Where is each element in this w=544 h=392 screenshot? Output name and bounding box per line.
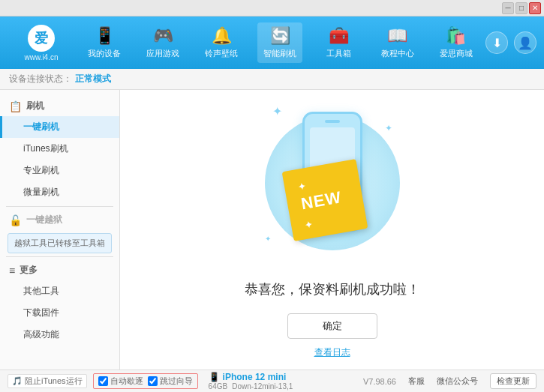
logo-area: 爱 www.i4.cn xyxy=(8,25,75,61)
bottom-right: V7.98.66 客服 微信公众号 检查更新 xyxy=(363,373,536,389)
flash-header-icon: 📋 xyxy=(9,100,22,112)
sidebar-jailbreak-notice: 越狱工具已转移至工具箱 xyxy=(8,233,112,253)
nav-shop[interactable]: 🛍️ 爱思商城 xyxy=(434,22,479,63)
skip-wizard-label: 跳过向导 xyxy=(160,376,193,387)
user-button[interactable]: 👤 xyxy=(514,31,536,54)
check-update-button[interactable]: 检查更新 xyxy=(490,373,536,389)
log-link[interactable]: 查看日志 xyxy=(314,346,350,359)
customer-service-link[interactable]: 客服 xyxy=(408,376,425,387)
my-device-icon: 📱 xyxy=(95,26,115,46)
tutorial-icon: 📖 xyxy=(387,26,407,46)
sidebar-item-pro-flash[interactable]: 专业刷机 xyxy=(0,160,119,181)
smart-flash-label: 智能刷机 xyxy=(263,48,296,59)
jailbreak-header-label: 一键越狱 xyxy=(26,214,62,226)
more-header-icon: ≡ xyxy=(9,265,15,277)
status-value: 正常模式 xyxy=(75,73,111,85)
confirm-button[interactable]: 确定 xyxy=(287,313,377,339)
wallpaper-icon: 🔔 xyxy=(212,26,232,46)
nav-right: ⬇ 👤 xyxy=(485,31,536,54)
sidebar-more-header[interactable]: ≡ 更多 xyxy=(0,260,119,280)
top-nav: 爱 www.i4.cn 📱 我的设备 🎮 应用游戏 🔔 铃声壁纸 🔄 智能刷机 … xyxy=(0,16,544,69)
close-button[interactable]: ✕ xyxy=(529,2,541,14)
stop-itunes-area: 🎵 阻止iTunes运行 xyxy=(8,374,87,388)
sidebar: 📋 刷机 一键刷机 iTunes刷机 专业刷机 微量刷机 🔓 一键越狱 xyxy=(0,90,120,370)
apps-games-label: 应用游戏 xyxy=(146,48,179,59)
skip-wizard-checkbox[interactable] xyxy=(148,376,158,386)
sidebar-jailbreak-section: 🔓 一键越狱 越狱工具已转移至工具箱 xyxy=(0,210,119,253)
flash-header-label: 刷机 xyxy=(26,100,44,112)
sparkle-2: ✦ xyxy=(385,123,392,133)
sidebar-flash-header[interactable]: 📋 刷机 xyxy=(0,96,119,116)
toolbox-icon: 🧰 xyxy=(329,26,349,46)
bottom-left: 🎵 阻止iTunes运行 自动歇逐 跳过向导 📱 iPhone 12 mini … xyxy=(8,372,363,391)
shop-icon: 🛍️ xyxy=(446,26,466,46)
device-storage: 64GB xyxy=(209,382,228,391)
auto-close-checkbox-label[interactable]: 自动歇逐 xyxy=(98,376,143,387)
sidebar-item-save-flash[interactable]: 微量刷机 xyxy=(0,181,119,203)
sidebar-more-section: ≡ 更多 其他工具 下载固件 高级功能 xyxy=(0,260,119,346)
phone-illustration: ✦ ✦ ✦ NEW xyxy=(257,100,407,265)
my-device-label: 我的设备 xyxy=(88,48,121,59)
new-ribbon: NEW xyxy=(281,159,368,241)
sidebar-jailbreak-header: 🔓 一键越狱 xyxy=(0,210,119,230)
device-name: iPhone 12 mini xyxy=(223,372,287,382)
success-text: 恭喜您，保资料刷机成功啦！ xyxy=(245,280,420,298)
minimize-button[interactable]: ─ xyxy=(502,2,514,14)
logo-text: www.i4.cn xyxy=(24,53,58,61)
nav-wallpaper[interactable]: 🔔 铃声壁纸 xyxy=(199,22,244,63)
wallpaper-label: 铃声壁纸 xyxy=(205,48,238,59)
nav-smart-flash[interactable]: 🔄 智能刷机 xyxy=(257,22,302,63)
device-info: 📱 iPhone 12 mini 64GB Down-12mini-13,1 xyxy=(204,372,293,391)
itunes-icon: 🎵 xyxy=(12,376,23,386)
status-label: 设备连接状态： xyxy=(9,73,72,85)
bottom-bar: 🎵 阻止iTunes运行 自动歇逐 跳过向导 📱 iPhone 12 mini … xyxy=(0,370,544,392)
device-version: Down-12mini-13,1 xyxy=(232,382,293,391)
auto-close-label: 自动歇逐 xyxy=(110,376,143,387)
toolbox-label: 工具箱 xyxy=(326,48,351,59)
title-bar: ─ □ ✕ xyxy=(0,0,544,16)
sidebar-item-other-tools[interactable]: 其他工具 xyxy=(0,280,119,302)
skip-wizard-checkbox-label[interactable]: 跳过向导 xyxy=(148,376,193,387)
sparkle-3: ✦ xyxy=(265,235,271,243)
more-header-label: 更多 xyxy=(20,264,38,277)
nav-items: 📱 我的设备 🎮 应用游戏 🔔 铃声壁纸 🔄 智能刷机 🧰 工具箱 📖 教程中心… xyxy=(75,22,485,63)
sidebar-divider-1 xyxy=(6,206,113,207)
version-info: V7.98.66 xyxy=(363,377,396,386)
shop-label: 爱思商城 xyxy=(440,48,473,59)
sidebar-item-one-key-flash[interactable]: 一键刷机 xyxy=(0,116,119,138)
status-bar: 设备连接状态： 正常模式 xyxy=(0,69,544,90)
apps-games-icon: 🎮 xyxy=(153,26,173,46)
sidebar-item-download-firmware[interactable]: 下载固件 xyxy=(0,302,119,324)
tutorial-label: 教程中心 xyxy=(381,48,414,59)
phone-speaker xyxy=(325,120,340,123)
nav-tutorial[interactable]: 📖 教程中心 xyxy=(375,22,420,63)
phone-small-icon: 📱 xyxy=(209,372,220,382)
main-content: 📋 刷机 一键刷机 iTunes刷机 专业刷机 微量刷机 🔓 一键越狱 xyxy=(0,90,544,370)
jailbreak-lock-icon: 🔓 xyxy=(9,214,22,226)
checkbox-area: 自动歇逐 跳过向导 xyxy=(93,373,198,389)
stop-itunes-label: 阻止iTunes运行 xyxy=(25,376,83,387)
auto-close-checkbox[interactable] xyxy=(98,376,108,386)
content-area: ✦ ✦ ✦ NEW 恭喜您，保资料刷机成功啦！ 确定 查看日志 xyxy=(120,90,544,370)
nav-my-device[interactable]: 📱 我的设备 xyxy=(82,22,127,63)
nav-apps-games[interactable]: 🎮 应用游戏 xyxy=(140,22,185,63)
sidebar-flash-section: 📋 刷机 一键刷机 iTunes刷机 专业刷机 微量刷机 xyxy=(0,96,119,203)
wechat-link[interactable]: 微信公众号 xyxy=(437,376,478,387)
maximize-button[interactable]: □ xyxy=(515,2,527,14)
sidebar-item-advanced[interactable]: 高级功能 xyxy=(0,324,119,346)
sparkle-1: ✦ xyxy=(272,104,282,118)
sidebar-item-itunes-flash[interactable]: iTunes刷机 xyxy=(0,138,119,160)
download-button[interactable]: ⬇ xyxy=(485,31,508,54)
smart-flash-icon: 🔄 xyxy=(270,26,290,46)
sidebar-divider-2 xyxy=(6,256,113,257)
nav-toolbox[interactable]: 🧰 工具箱 xyxy=(317,22,362,63)
logo-icon: 爱 xyxy=(28,25,55,52)
